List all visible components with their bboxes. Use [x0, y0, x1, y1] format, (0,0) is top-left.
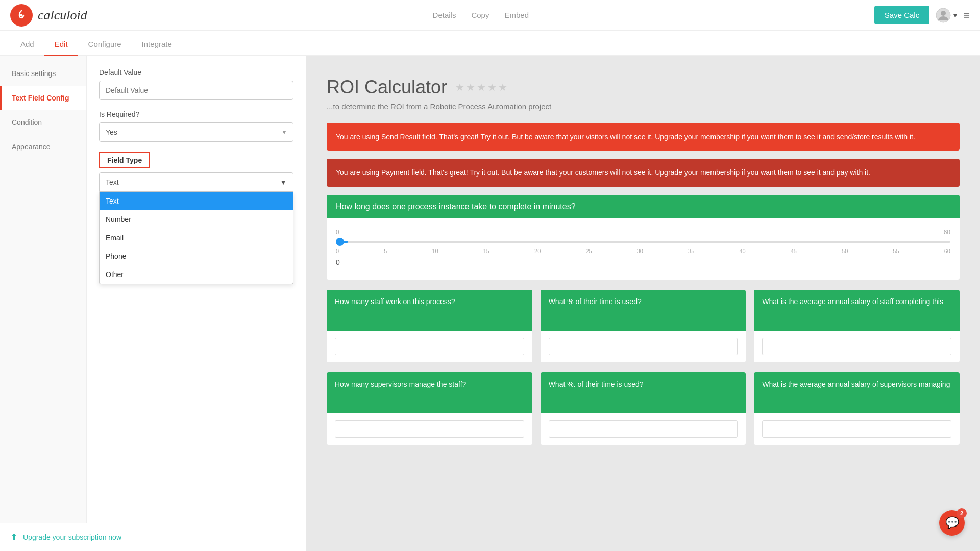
- question-4-header: What is the average annual salary of sta…: [754, 290, 960, 331]
- question-2-input[interactable]: [335, 338, 524, 355]
- chat-badge: 2: [957, 508, 967, 518]
- question-4-body: [754, 331, 960, 362]
- alert-send-result: You are using Send Result field. That's …: [327, 123, 960, 151]
- tab-configure[interactable]: Configure: [78, 34, 132, 56]
- is-required-group: Is Required? Yes No ▼: [99, 110, 293, 142]
- slider-label-max: 60: [944, 229, 950, 236]
- sidebar-item-text-field-config[interactable]: Text Field Config: [0, 86, 86, 110]
- nav-embed[interactable]: Embed: [504, 11, 529, 19]
- question-2-card: How many staff work on this process?: [327, 290, 532, 362]
- slider-thumb[interactable]: [336, 238, 344, 246]
- sidebar-item-appearance[interactable]: Appearance: [0, 135, 86, 159]
- logo-text: calculoid: [38, 8, 87, 23]
- upgrade-bar[interactable]: ⬆ Upgrade your subscription now: [0, 523, 306, 551]
- upgrade-label: Upgrade your subscription now: [23, 533, 121, 541]
- tab-edit[interactable]: Edit: [44, 34, 78, 56]
- is-required-select-wrapper: Yes No ▼: [99, 122, 293, 142]
- hamburger-menu[interactable]: ≡: [963, 9, 970, 22]
- is-required-label: Is Required?: [99, 110, 293, 118]
- default-value-label: Default Value: [99, 68, 293, 77]
- upload-icon: ⬆: [10, 532, 18, 543]
- chat-bubble[interactable]: 💬 2: [939, 510, 965, 536]
- tabs: Add Edit Configure Integrate: [0, 31, 980, 56]
- tab-integrate[interactable]: Integrate: [132, 34, 182, 56]
- tab-add[interactable]: Add: [10, 34, 44, 56]
- field-type-option-text[interactable]: Text: [100, 192, 293, 210]
- question-3-header: What % of their time is used?: [541, 290, 746, 331]
- field-type-option-number[interactable]: Number: [100, 210, 293, 229]
- chevron-down-icon: ▾: [953, 11, 957, 19]
- default-value-input[interactable]: [99, 81, 293, 100]
- field-type-label-box: Field Type: [99, 152, 150, 168]
- field-type-current-value: Text: [106, 178, 119, 186]
- sidebar: Basic settings Text Field Config Conditi…: [0, 56, 87, 523]
- form-panel: Default Value Is Required? Yes No ▼: [87, 56, 306, 523]
- question-5-body: [327, 413, 532, 445]
- field-type-option-other[interactable]: Other: [100, 265, 293, 284]
- question-3-input[interactable]: [549, 338, 738, 355]
- is-required-select[interactable]: Yes No: [99, 122, 293, 142]
- slider-tick-labels: 0 5 10 15 20 25 30 35 40 45 50 55 60: [336, 248, 950, 254]
- question-5-card: How many supervisors manage the staff?: [327, 372, 532, 445]
- question-3-card: What % of their time is used?: [541, 290, 746, 362]
- alert-payment: You are using Payment field. That's grea…: [327, 159, 960, 186]
- field-type-arrow-icon: ▼: [280, 178, 287, 186]
- logo: calculoid: [10, 4, 87, 27]
- default-value-group: Default Value: [99, 68, 293, 100]
- field-type-group: Field Type Text ▼ Text Number Email Phon…: [99, 152, 293, 192]
- question-5-header: How many supervisors manage the staff?: [327, 372, 532, 413]
- nav-copy[interactable]: Copy: [471, 11, 489, 19]
- question-2-body: [327, 331, 532, 362]
- field-type-dropdown-list: Text Number Email Phone Other: [99, 192, 293, 284]
- star-rating[interactable]: ★ ★ ★ ★ ★: [455, 81, 507, 93]
- header-actions: Save Calc ▾ ≡: [874, 6, 970, 24]
- user-avatar-icon: [936, 8, 951, 23]
- sidebar-item-condition[interactable]: Condition: [0, 110, 86, 135]
- question-6-header: What %. of their time is used?: [541, 372, 746, 413]
- three-column-questions: How many staff work on this process? Wha…: [327, 290, 960, 362]
- question-7-card: What is the average annual salary of sup…: [754, 372, 960, 445]
- logo-icon: [10, 4, 33, 27]
- save-calc-button[interactable]: Save Calc: [874, 6, 929, 24]
- slider-current-value: 0: [336, 254, 950, 274]
- slider-track: [336, 241, 950, 243]
- left-content: Basic settings Text Field Config Conditi…: [0, 56, 306, 523]
- calculator-preview: ROI Calculator ★ ★ ★ ★ ★ ...to determine…: [306, 56, 980, 551]
- question-7-body: [754, 413, 960, 445]
- field-type-select-display[interactable]: Text ▼: [99, 172, 293, 192]
- field-type-label: Field Type: [107, 156, 142, 164]
- calculator-title-row: ROI Calculator ★ ★ ★ ★ ★: [327, 77, 960, 98]
- question-6-card: What %. of their time is used?: [541, 372, 746, 445]
- svg-point-0: [20, 14, 23, 16]
- question-6-input[interactable]: [549, 420, 738, 438]
- question-3-body: [541, 331, 746, 362]
- question-2-header: How many staff work on this process?: [327, 290, 532, 331]
- slider-container: 0 60 0 5 10 15 20: [327, 218, 960, 280]
- calculator-title: ROI Calculator: [327, 77, 447, 98]
- field-type-dropdown: Text ▼ Text Number Email Phone Other: [99, 172, 293, 192]
- question-1-bar: How long does one process instance take …: [327, 195, 960, 218]
- chat-icon: 💬: [945, 516, 959, 530]
- question-7-input[interactable]: [762, 420, 951, 438]
- question-5-input[interactable]: [335, 420, 524, 438]
- question-4-input[interactable]: [762, 338, 951, 355]
- field-type-option-email[interactable]: Email: [100, 229, 293, 247]
- calculator-subtitle: ...to determine the ROI from a Robotic P…: [327, 102, 960, 111]
- question-1-content: 0 60 0 5 10 15 20: [327, 218, 960, 280]
- nav-details[interactable]: Details: [433, 11, 456, 19]
- slider-label-min: 0: [336, 229, 339, 236]
- svg-point-2: [941, 11, 946, 16]
- left-panel: Basic settings Text Field Config Conditi…: [0, 56, 306, 551]
- user-menu[interactable]: ▾: [936, 8, 957, 23]
- question-7-header: What is the average annual salary of sup…: [754, 372, 960, 413]
- header-nav: Details Copy Embed: [433, 11, 529, 19]
- sidebar-item-basic-settings[interactable]: Basic settings: [0, 61, 86, 86]
- main-layout: Basic settings Text Field Config Conditi…: [0, 56, 980, 551]
- header: calculoid Details Copy Embed Save Calc ▾…: [0, 0, 980, 31]
- question-1-section: How long does one process instance take …: [327, 195, 960, 280]
- question-4-card: What is the average annual salary of sta…: [754, 290, 960, 362]
- field-type-option-phone[interactable]: Phone: [100, 247, 293, 265]
- question-6-body: [541, 413, 746, 445]
- three-column-questions-2: How many supervisors manage the staff? W…: [327, 372, 960, 445]
